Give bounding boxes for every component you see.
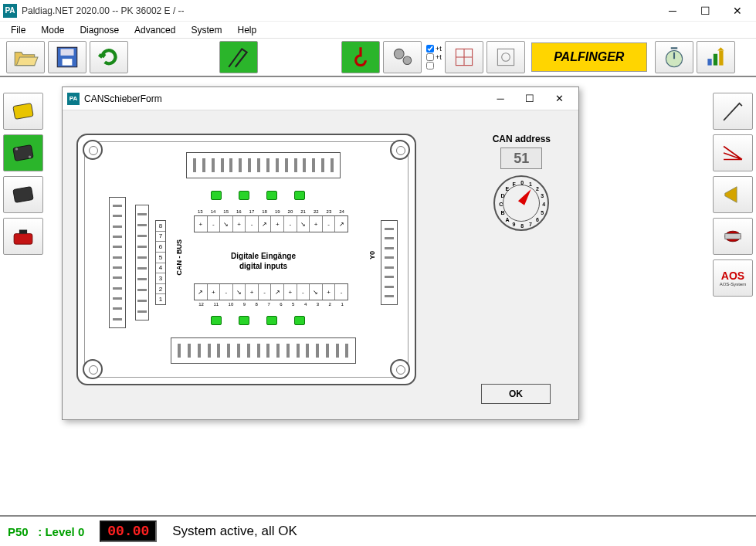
dialog-titlebar[interactable]: PA CANSchieberForm ─ ☐ ✕ (63, 87, 578, 110)
rotary-mark: A (506, 217, 510, 222)
dialog-title: CANSchieberForm (84, 93, 486, 104)
connector-bottom (171, 337, 356, 364)
minimize-button[interactable]: ─ (657, 2, 688, 20)
rotary-switch[interactable]: 0123456789ABCDEF (493, 175, 549, 231)
crane-tool-button[interactable] (219, 41, 258, 73)
board-dark-button[interactable] (3, 134, 43, 171)
connector-left-outer (109, 197, 126, 328)
menu-help[interactable]: Help (229, 23, 264, 37)
dialog-maximize-button[interactable]: ☐ (515, 89, 544, 109)
mounting-hole (83, 359, 103, 379)
svg-point-4 (403, 56, 412, 65)
brand-logo: PALFINGER (531, 42, 647, 72)
rotary-mark: E (506, 186, 510, 192)
window-titlebar: PA Paldiag.NET 2020.00 -- PK 36002 E / -… (0, 0, 756, 22)
svg-rect-18 (19, 230, 27, 234)
led-icon (239, 191, 249, 200)
svg-rect-2 (63, 59, 73, 66)
svg-rect-11 (719, 51, 723, 66)
refresh-button[interactable] (90, 41, 128, 73)
pcb-dark-icon (10, 140, 36, 166)
mounting-hole (83, 140, 103, 160)
menu-system[interactable]: System (183, 23, 229, 37)
stopwatch-button[interactable] (655, 41, 693, 73)
rotary-mark: C (499, 202, 503, 207)
wires-icon (720, 140, 746, 166)
diagram-icon (451, 44, 477, 70)
rotary-mark: 3 (541, 193, 544, 198)
y0-label: Y0 (368, 251, 376, 259)
app-icon: PA (3, 4, 17, 18)
floppy-icon (54, 44, 80, 70)
status-message: System active, all OK (172, 524, 297, 539)
pcb-diagram: 131415161718192021222324 +-↘+-↗+-↘+-↗ Di… (76, 134, 416, 385)
can-address-value: 51 (500, 148, 542, 169)
diag1-button[interactable] (445, 41, 483, 73)
gears-icon (389, 44, 415, 70)
can-address-label: CAN address (493, 134, 551, 144)
menubar: File Mode Diagnose Advanced System Help (0, 22, 756, 39)
folder-open-icon (12, 44, 39, 70)
diag2-button[interactable] (486, 41, 525, 73)
svg-rect-1 (61, 49, 74, 56)
toolbox-button[interactable] (3, 218, 43, 255)
toolbar-spacer (131, 41, 216, 73)
save-button[interactable] (48, 41, 86, 73)
rotary-mark: F (513, 181, 516, 187)
rotary-mark: D (500, 193, 504, 198)
wire-button[interactable] (713, 134, 753, 171)
toolbar-spacer (261, 41, 338, 73)
dialog-minimize-button[interactable]: ─ (486, 89, 515, 109)
menu-file[interactable]: File (3, 23, 33, 37)
board-yellow-button[interactable] (3, 93, 43, 130)
connector-right (381, 220, 398, 305)
rotary-mark: B (500, 210, 504, 215)
menu-advanced[interactable]: Advanced (127, 23, 183, 37)
dialog-app-icon: PA (67, 93, 80, 105)
svg-rect-9 (707, 59, 711, 66)
pcb-yellow-icon (10, 98, 36, 124)
statusbar: P50 : Level 0 00.00 System active, all O… (0, 515, 756, 546)
crane-arm-icon (720, 98, 746, 124)
gears-button[interactable] (383, 41, 422, 73)
maximize-button[interactable]: ☐ (690, 2, 720, 20)
winch-button[interactable] (713, 218, 753, 255)
led-icon (294, 191, 305, 200)
time-checks: +t +t (426, 45, 442, 70)
hook-tool-button[interactable] (341, 41, 380, 73)
rotary-mark: 2 (536, 186, 539, 192)
led-icon (211, 316, 222, 325)
toolbar: +t +t PALFINGER (0, 39, 756, 77)
svg-point-3 (394, 49, 404, 59)
svg-rect-12 (13, 103, 33, 120)
svg-rect-10 (714, 54, 717, 66)
horn-button[interactable] (713, 176, 753, 213)
svg-rect-6 (497, 49, 514, 65)
board-dark2-button[interactable] (3, 176, 43, 213)
close-button[interactable]: ✕ (722, 2, 753, 20)
pcb-dark2-icon (10, 181, 36, 208)
chart-button[interactable] (697, 41, 735, 73)
toolbox-icon (10, 223, 36, 249)
menu-diagnose[interactable]: Diagnose (72, 23, 127, 37)
dialog-close-button[interactable]: ✕ (544, 89, 574, 109)
aos-label: AOS (721, 270, 744, 282)
open-button[interactable] (6, 41, 45, 73)
ok-button[interactable]: OK (481, 384, 551, 404)
svg-point-14 (15, 148, 18, 150)
menu-mode[interactable]: Mode (33, 23, 72, 37)
aos-button[interactable]: AOS AOS-System (713, 259, 753, 297)
crane-icon (225, 44, 252, 70)
status-counter: 00.00 (100, 521, 157, 542)
check-t3[interactable] (426, 62, 442, 70)
crane-arm-button[interactable] (713, 93, 753, 130)
check-t2[interactable]: +t (426, 53, 442, 61)
hook-icon (347, 44, 374, 70)
svg-rect-20 (725, 234, 741, 239)
rotary-mark: 9 (513, 222, 516, 227)
check-t1[interactable]: +t (426, 45, 442, 53)
rotary-mark: 4 (542, 202, 545, 207)
led-icon (294, 316, 305, 325)
svg-point-15 (29, 155, 31, 158)
pin-numbers-top: 131415161718192021222324 (194, 209, 348, 214)
